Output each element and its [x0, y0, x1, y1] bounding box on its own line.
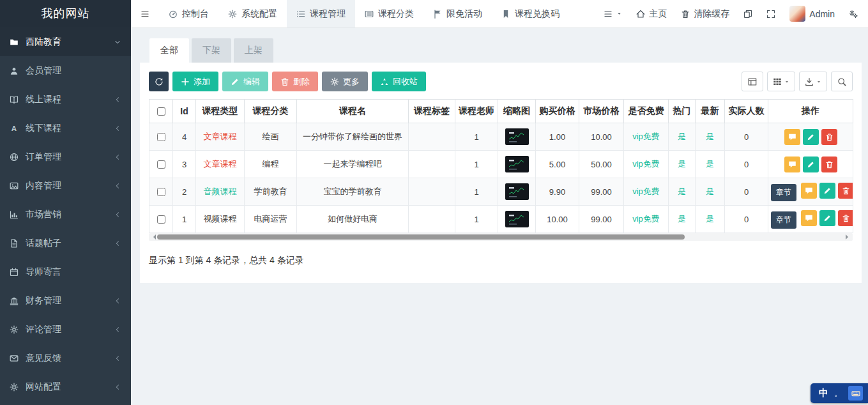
- nav-menu-dropdown[interactable]: [604, 10, 622, 19]
- more-button[interactable]: 更多: [322, 72, 368, 91]
- column-header[interactable]: 最新: [696, 100, 725, 123]
- select-all-checkbox[interactable]: [157, 107, 165, 116]
- sidebar-item[interactable]: A线下课程: [0, 114, 131, 142]
- sidebar-item[interactable]: 导师寄言: [0, 257, 131, 286]
- column-header[interactable]: 缩略图: [498, 100, 536, 123]
- row-checkbox[interactable]: [157, 215, 165, 224]
- column-header[interactable]: 购买价格: [536, 100, 579, 123]
- column-header[interactable]: 课程名: [297, 100, 409, 123]
- sidebar-item[interactable]: 话题帖子: [0, 229, 131, 257]
- column-header[interactable]: 是否免费: [624, 100, 669, 123]
- thumbnail-image[interactable]: [505, 211, 529, 227]
- nav-home-link[interactable]: 主页: [636, 8, 667, 20]
- horizontal-scrollbar[interactable]: [149, 233, 853, 241]
- row-checkbox[interactable]: [157, 160, 165, 169]
- sidebar-menu: 西陆教育会员管理线上课程A线下课程订单管理内容管理市场营销话题帖子导师寄言财务管…: [0, 27, 131, 401]
- sidebar-item[interactable]: 意见反馈: [0, 344, 131, 372]
- edit-row-button[interactable]: [819, 183, 835, 199]
- nav-copy-button[interactable]: [743, 10, 752, 19]
- thumbnail-image[interactable]: [505, 183, 529, 200]
- export-dropdown-button[interactable]: [799, 72, 827, 91]
- column-header[interactable]: 课程老师: [455, 100, 498, 123]
- filter-tab[interactable]: 全部: [149, 38, 189, 63]
- nav-settings-button[interactable]: [849, 10, 858, 19]
- delete-row-button[interactable]: [838, 183, 853, 199]
- thumbnail-image[interactable]: [505, 128, 529, 145]
- search-toggle-button[interactable]: [831, 72, 853, 91]
- sidebar-item[interactable]: 市场营销: [0, 200, 131, 229]
- filter-tab[interactable]: 下架: [192, 38, 231, 63]
- nav-tab[interactable]: 课程兑换码: [492, 0, 569, 27]
- column-header[interactable]: 课程标签: [409, 100, 455, 123]
- nav-fullscreen-button[interactable]: [766, 10, 775, 19]
- column-header[interactable]: 课程分类: [245, 100, 297, 123]
- column-header[interactable]: 热门: [669, 100, 696, 123]
- ime-punctuation-indicator[interactable]: 。: [834, 388, 842, 399]
- sidebar-item[interactable]: 订单管理: [0, 142, 131, 171]
- free-toggle[interactable]: vip免费: [632, 132, 660, 141]
- nav-tab[interactable]: 限免活动: [423, 0, 492, 27]
- sidebar-item[interactable]: 网站配置: [0, 372, 131, 401]
- chapter-button[interactable]: 章节: [771, 184, 796, 201]
- ime-language-indicator[interactable]: 中: [819, 387, 828, 399]
- hot-toggle[interactable]: 是: [678, 187, 686, 196]
- edit-row-button[interactable]: [803, 157, 819, 172]
- sidebar-item[interactable]: 内容管理: [0, 171, 131, 200]
- newest-toggle[interactable]: 是: [706, 214, 714, 224]
- newest-toggle[interactable]: 是: [706, 132, 714, 141]
- newest-toggle[interactable]: 是: [706, 187, 714, 196]
- row-checkbox[interactable]: [157, 188, 165, 196]
- chapter-button[interactable]: 章节: [771, 211, 796, 229]
- sidebar-item[interactable]: 财务管理: [0, 286, 131, 315]
- hot-toggle[interactable]: 是: [678, 132, 686, 141]
- thumbnail-image[interactable]: [505, 156, 529, 172]
- refresh-button[interactable]: [149, 72, 169, 91]
- nav-clear-cache-link[interactable]: 清除缓存: [681, 8, 729, 20]
- hot-toggle[interactable]: 是: [678, 214, 686, 224]
- column-header[interactable]: 实际人数: [725, 100, 768, 123]
- sidebar-item[interactable]: 会员管理: [0, 56, 131, 85]
- columns-dropdown-button[interactable]: [767, 72, 795, 91]
- delete-row-button[interactable]: [821, 129, 837, 145]
- comment-button[interactable]: [801, 210, 817, 226]
- delete-row-button[interactable]: [821, 157, 837, 172]
- comment-button[interactable]: [784, 129, 800, 145]
- nav-tab[interactable]: 控制台: [159, 0, 218, 27]
- scroll-right-arrow[interactable]: [846, 233, 851, 241]
- ime-toolbar[interactable]: 中 。: [811, 383, 868, 403]
- nav-tab[interactable]: 系统配置: [218, 0, 287, 27]
- sidebar-group[interactable]: 西陆教育: [0, 27, 131, 56]
- ime-keyboard-button[interactable]: [848, 386, 863, 401]
- edit-row-button[interactable]: [819, 210, 835, 226]
- chevron-left-icon: [114, 182, 121, 190]
- hot-toggle[interactable]: 是: [678, 159, 686, 169]
- sidebar-toggle-button[interactable]: [131, 0, 159, 27]
- column-header[interactable]: 课程类型: [196, 100, 245, 123]
- scrollbar-thumb[interactable]: [157, 234, 685, 240]
- column-header[interactable]: 操作: [768, 100, 853, 123]
- column-header[interactable]: 市场价格: [579, 100, 624, 123]
- edit-row-button[interactable]: [803, 129, 819, 145]
- row-checkbox[interactable]: [157, 133, 165, 141]
- comment-button[interactable]: [784, 157, 800, 172]
- newest-toggle[interactable]: 是: [706, 159, 714, 169]
- filter-tab[interactable]: 上架: [234, 38, 273, 63]
- delete-row-button[interactable]: [838, 210, 853, 226]
- detail-view-button[interactable]: [742, 72, 763, 91]
- nav-tab[interactable]: 课程分类: [355, 0, 423, 27]
- chevron-left-icon: [114, 297, 121, 305]
- free-toggle[interactable]: vip免费: [632, 187, 660, 196]
- add-button[interactable]: 添加: [172, 72, 218, 91]
- edit-button[interactable]: 编辑: [222, 72, 268, 91]
- column-header[interactable]: Id: [173, 100, 196, 123]
- recycle-bin-button[interactable]: 回收站: [372, 72, 426, 91]
- scroll-left-arrow[interactable]: [151, 233, 156, 241]
- free-toggle[interactable]: vip免费: [632, 159, 660, 169]
- sidebar-item[interactable]: 线上课程: [0, 85, 131, 114]
- nav-tab[interactable]: 课程管理: [287, 0, 355, 27]
- nav-user-menu[interactable]: Admin: [789, 6, 835, 22]
- delete-button[interactable]: 删除: [272, 72, 318, 91]
- free-toggle[interactable]: vip免费: [632, 214, 660, 224]
- sidebar-item[interactable]: 评论管理: [0, 315, 131, 344]
- comment-button[interactable]: [801, 183, 817, 199]
